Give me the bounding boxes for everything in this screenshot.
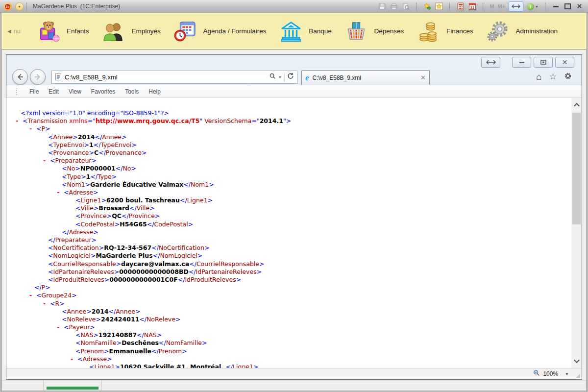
inner-close-button[interactable]: ✕ xyxy=(555,57,574,68)
calendar-icon[interactable]: 31 xyxy=(468,2,476,11)
vertical-scrollbar[interactable] xyxy=(571,98,582,368)
tab-close-icon[interactable]: ✕ xyxy=(420,74,426,81)
window-dock-toggle-button[interactable] xyxy=(481,57,500,68)
collapse-node-toggle[interactable]: - xyxy=(15,117,23,124)
back-button[interactable] xyxy=(12,69,28,85)
xml-document: <?xml version="1.0" encoding="ISO-8859-1… xyxy=(6,98,571,368)
system-menu-dropdown[interactable]: ▼ xyxy=(15,2,24,11)
address-input[interactable]: C:\v8_E58B_9.xml xyxy=(65,74,269,81)
xml-line: </P> xyxy=(6,284,571,292)
fullscreen-toggle-button[interactable] xyxy=(509,1,523,12)
toolbar-item-agenda[interactable]: Agenda / Formulaires xyxy=(174,20,266,43)
coins-icon xyxy=(417,20,440,43)
maximize-icon xyxy=(564,3,571,9)
titlebar-left: 1c ▼ MaGarderie Plus (1C:Enterprise) xyxy=(0,2,120,11)
toolbar-item-administration[interactable]: Administration xyxy=(487,20,558,43)
collapse-node-toggle[interactable]: - xyxy=(43,300,50,307)
favorites-icon[interactable] xyxy=(435,2,443,11)
active-tab-indicator xyxy=(47,387,98,390)
refresh-icon[interactable] xyxy=(287,73,294,81)
memory-add-button[interactable]: M+ xyxy=(497,3,505,9)
favorites-star-icon[interactable]: ☆ xyxy=(549,73,557,81)
toolbar-item-enfants[interactable]: Enfants xyxy=(38,20,89,43)
main-toolbar: ◀ nu Enfants xyxy=(1,13,587,49)
calendar-day: 31 xyxy=(470,5,474,10)
maximize-button[interactable] xyxy=(564,2,572,11)
print-icon[interactable] xyxy=(390,2,398,11)
toolbar-item-banque[interactable]: Banque xyxy=(280,20,332,43)
xml-line: <Annee>2014</Annee> xyxy=(6,133,571,141)
close-button[interactable]: × xyxy=(575,2,584,11)
browser-nav-row: C:\v8_E58B_9.xml ▼ e C:\v8_E58B_9.xml ✕ … xyxy=(6,69,582,85)
close-icon: × xyxy=(577,3,582,9)
collapse-node-toggle[interactable]: - xyxy=(56,323,64,331)
info-icon: i xyxy=(527,3,534,10)
separator xyxy=(545,2,545,10)
xml-viewer-window: ✕ C:\v8_E58B_9.xml ▼ e C:\v8_E58B_9.xml … xyxy=(6,54,582,380)
menu-help[interactable]: Help xyxy=(144,88,166,95)
chevron-down-icon: ▼ xyxy=(535,5,539,8)
titlebar: 1c ▼ MaGarderie Plus (1C:Enterprise) 31 … xyxy=(0,0,588,13)
page-icon xyxy=(54,73,62,81)
xml-line: <No>NP000001</No> xyxy=(6,165,571,172)
toolbar-item-label: Agenda / Formulaires xyxy=(203,27,266,35)
toolbar-item-label: Banque xyxy=(309,27,332,35)
zoom-magnifier-icon xyxy=(533,369,540,378)
xml-line: <Ville>Brossard</Ville> xyxy=(6,204,571,212)
xml-line: <NomFamille>Deschênes</NomFamille> xyxy=(6,339,571,347)
print-preview-icon[interactable] xyxy=(401,2,410,11)
address-bar[interactable]: C:\v8_E58B_9.xml ▼ xyxy=(51,71,297,84)
forward-button[interactable] xyxy=(30,69,46,85)
zoom-level[interactable]: 100% xyxy=(543,370,558,377)
browser-tab[interactable]: e C:\v8_E58B_9.xml ✕ xyxy=(301,70,430,85)
xml-line: </Adresse> xyxy=(6,228,571,236)
inner-restore-button[interactable] xyxy=(534,57,553,68)
xml-line: - <R> xyxy=(6,300,571,308)
browser-status-bar: 100% ▼ xyxy=(6,368,582,379)
xml-line: <TypeEnvoi>1</TypeEnvoi> xyxy=(6,141,571,149)
memory-store-button[interactable]: M xyxy=(490,3,494,9)
collapse-node-toggle[interactable]: - xyxy=(29,125,36,132)
xml-line: <CodePostal>H54G65</CodePostal> xyxy=(6,220,571,228)
chevron-down-icon[interactable]: ▼ xyxy=(278,75,282,79)
menu-favorites[interactable]: Favorites xyxy=(86,88,120,95)
collapse-node-toggle[interactable]: - xyxy=(29,292,36,299)
xml-line: <IdProduitReleves>0000000000001C0F</IdPr… xyxy=(6,276,571,284)
drag-grip-icon[interactable] xyxy=(16,88,19,95)
menu-collapse-button[interactable]: ◀ nu xyxy=(2,28,31,35)
agenda-clock-calendar-icon xyxy=(174,20,196,43)
collapse-node-toggle[interactable]: - xyxy=(70,355,77,363)
scroll-down-icon[interactable] xyxy=(571,355,582,367)
collapse-node-toggle[interactable]: - xyxy=(56,189,64,196)
xml-line: <NomLogiciel>MaGarderie Plus</NomLogicie… xyxy=(6,252,571,260)
menu-file[interactable]: File xyxy=(24,88,44,95)
toolbar-item-finances[interactable]: Finances xyxy=(417,20,473,43)
toolbar-item-employes[interactable]: Employés xyxy=(102,20,160,43)
scroll-up-icon[interactable] xyxy=(571,99,582,111)
collapse-node-toggle[interactable]: - xyxy=(43,157,50,164)
menu-tools[interactable]: Tools xyxy=(120,88,144,95)
minimize-button[interactable] xyxy=(552,2,560,11)
minimize-icon xyxy=(553,6,559,7)
search-icon[interactable] xyxy=(269,73,276,81)
toolbar-item-depenses[interactable]: Dépenses xyxy=(345,20,404,43)
calculator-icon[interactable] xyxy=(456,2,465,11)
active-window-tab[interactable] xyxy=(43,381,102,391)
xml-line: <Ligne1>10620 Sackville #1, Montréal, </… xyxy=(6,363,571,368)
menu-edit[interactable]: Edit xyxy=(44,88,64,95)
menu-view[interactable]: View xyxy=(64,88,86,95)
save-icon[interactable] xyxy=(378,2,386,11)
app-logo-icon[interactable]: 1c xyxy=(3,2,12,11)
browser-action-icons: ⌂ ☆ xyxy=(536,72,576,82)
scrollbar-thumb[interactable] xyxy=(572,113,581,224)
zoom-dropdown-icon[interactable]: ▼ xyxy=(565,372,569,376)
separator xyxy=(416,2,416,10)
resize-grip[interactable] xyxy=(576,374,580,378)
home-icon[interactable]: ⌂ xyxy=(536,73,541,81)
info-button[interactable]: i▼ xyxy=(527,3,539,10)
inner-minimize-button[interactable] xyxy=(512,57,531,68)
menu-collapse-label: nu xyxy=(14,28,21,35)
add-favorite-icon[interactable] xyxy=(423,2,431,11)
settings-gear-icon[interactable] xyxy=(564,72,572,82)
xml-line: <Province>QC</Province> xyxy=(6,212,571,220)
